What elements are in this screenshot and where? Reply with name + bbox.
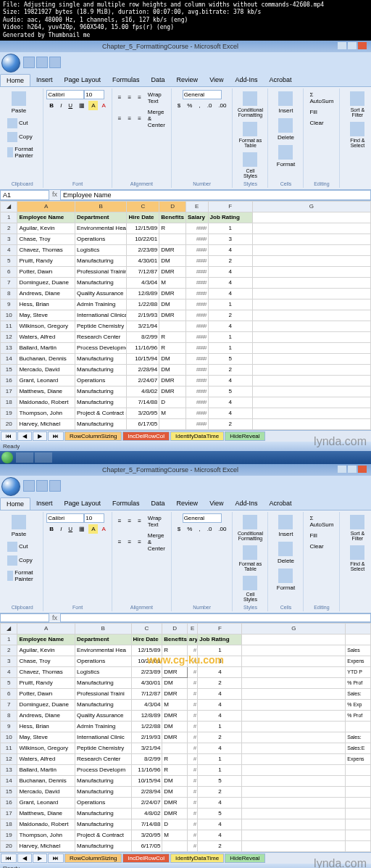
font-name-select[interactable] bbox=[46, 90, 84, 99]
wrap-text-button[interactable]: Wrap Text bbox=[145, 90, 168, 106]
merge-center-button[interactable]: Merge & Center bbox=[145, 531, 168, 553]
fx-icon[interactable]: fx bbox=[49, 613, 60, 622]
row-header[interactable]: 6 bbox=[1, 266, 17, 277]
cell-styles-button[interactable]: Cell Styles bbox=[235, 151, 264, 180]
tab-page-layout[interactable]: Page Layout bbox=[59, 497, 107, 510]
italic-button[interactable]: I bbox=[57, 524, 64, 534]
table-row[interactable]: 9Hess, BrianAdmin Training1/22/88DM#1 bbox=[1, 721, 371, 732]
wrap-text-button[interactable]: Wrap Text bbox=[145, 513, 168, 529]
sheet-tab-0[interactable]: RowColumnSizing bbox=[64, 853, 122, 863]
column-header[interactable]: A bbox=[17, 623, 75, 634]
row-header[interactable]: 20 bbox=[1, 418, 17, 429]
align-center[interactable]: ≡ bbox=[125, 107, 135, 130]
column-header[interactable]: B bbox=[75, 623, 132, 634]
font-size-select[interactable] bbox=[84, 90, 104, 99]
tab-data[interactable]: Data bbox=[146, 74, 171, 86]
table-row[interactable]: 8Andrews, DianeQuality Assurance12/8/89D… bbox=[1, 710, 371, 721]
paste-button[interactable]: Paste bbox=[4, 90, 33, 115]
tab-acrobat[interactable]: Acrobat bbox=[264, 74, 298, 86]
table-row[interactable]: 12Waters, AlfredResearch Center8/2/99R#1… bbox=[1, 753, 371, 764]
align-bot[interactable]: ≡ bbox=[135, 90, 144, 106]
inc-decimal[interactable]: .0 bbox=[204, 101, 215, 110]
font-color-button[interactable]: A bbox=[99, 101, 108, 110]
row-header[interactable]: 16 bbox=[1, 797, 17, 808]
task-item[interactable] bbox=[35, 452, 52, 463]
underline-button[interactable]: U bbox=[65, 524, 75, 534]
table-row[interactable]: 6Potter, DawnProfessional Traini7/12/87D… bbox=[1, 688, 371, 699]
insert-cells-button[interactable]: Insert bbox=[271, 513, 300, 539]
format-cells-button[interactable]: Format bbox=[271, 144, 300, 169]
dec-decimal[interactable]: .00 bbox=[215, 524, 229, 534]
copy-button[interactable]: Copy bbox=[4, 131, 40, 144]
column-header[interactable]: E bbox=[186, 201, 208, 212]
name-box[interactable] bbox=[0, 613, 49, 622]
cut-button[interactable]: Cut bbox=[4, 540, 40, 553]
office-button[interactable] bbox=[1, 54, 20, 73]
start-button[interactable] bbox=[1, 452, 13, 463]
table-row[interactable]: 15Mercado, DavidManufacturing2/28/94DM##… bbox=[1, 364, 371, 375]
dec-decimal[interactable]: .00 bbox=[215, 101, 229, 110]
row-header[interactable]: 4 bbox=[1, 244, 17, 255]
format-cells-button[interactable]: Format bbox=[271, 567, 300, 592]
table-row[interactable]: 5Pruitt, RandyManufacturing4/30/01DM#2% … bbox=[1, 677, 371, 688]
table-row[interactable]: 17Matthews, DianeManufacturing4/8/02DMR#… bbox=[1, 808, 371, 819]
row-header[interactable]: 8 bbox=[1, 710, 17, 721]
table-row[interactable]: 11Wilkinson, GregoryPeptide Chemistry3/2… bbox=[1, 321, 371, 331]
formula-input[interactable] bbox=[60, 613, 371, 622]
sheet-nav-prev[interactable]: ◀ bbox=[17, 853, 32, 863]
format-as-table-button[interactable]: Format as Table bbox=[235, 120, 264, 149]
redo-icon[interactable] bbox=[49, 57, 61, 68]
spreadsheet-grid[interactable]: ◢ABCDEFG 1Employee NameDepartmentHire Da… bbox=[0, 201, 371, 430]
spreadsheet-grid[interactable]: ◢ABCDEFG 1Employee NameDepartmentHire Da… bbox=[0, 623, 371, 852]
tab-insert[interactable]: Insert bbox=[30, 74, 59, 86]
column-header[interactable]: F bbox=[208, 201, 252, 212]
table-row[interactable]: 15Mercado, DavidManufacturing2/28/94DM#2 bbox=[1, 786, 371, 797]
align-center[interactable]: ≡ bbox=[125, 531, 135, 553]
cell-styles-button[interactable]: Cell Styles bbox=[235, 574, 264, 603]
clear-button[interactable]: Clear bbox=[307, 542, 326, 551]
maximize-button[interactable] bbox=[348, 466, 357, 473]
comma-button[interactable]: , bbox=[196, 524, 203, 534]
tab-add-ins[interactable]: Add-Ins bbox=[229, 497, 263, 510]
row-header[interactable]: 1 bbox=[1, 212, 17, 223]
row-header[interactable]: 12 bbox=[1, 331, 17, 342]
delete-cells-button[interactable]: Delete bbox=[271, 117, 300, 142]
font-color-button[interactable]: A bbox=[99, 524, 108, 534]
find-select-button[interactable]: Find & Select bbox=[343, 120, 371, 149]
table-row[interactable]: 10May, SteveInternational Clinical Sa2/1… bbox=[1, 310, 371, 321]
row-header[interactable]: 20 bbox=[1, 840, 17, 851]
table-row[interactable]: 12Waters, AlfredResearch Center8/2/99R##… bbox=[1, 331, 371, 342]
undo-icon[interactable] bbox=[36, 57, 48, 68]
row-header[interactable]: 9 bbox=[1, 721, 17, 732]
tab-review[interactable]: Review bbox=[171, 74, 204, 86]
save-icon[interactable] bbox=[23, 480, 35, 492]
currency-button[interactable]: $ bbox=[175, 101, 183, 110]
italic-button[interactable]: I bbox=[57, 101, 64, 110]
border-button[interactable]: ▦ bbox=[76, 101, 88, 110]
formula-input[interactable]: Employee Name bbox=[60, 190, 371, 200]
tab-formulas[interactable]: Formulas bbox=[107, 74, 146, 86]
column-header[interactable]: A bbox=[17, 201, 75, 212]
row-header[interactable]: 19 bbox=[1, 408, 17, 418]
row-header[interactable]: 11 bbox=[1, 321, 17, 331]
table-row[interactable]: 11Wilkinson, GregoryPeptide Chemistry3/2… bbox=[1, 743, 371, 753]
format-painter-button[interactable]: Format Painter bbox=[4, 568, 40, 584]
row-header[interactable]: 2 bbox=[1, 645, 17, 656]
table-row[interactable]: 13Ballard, MartinProcess Development11/1… bbox=[1, 342, 371, 353]
row-header[interactable]: 10 bbox=[1, 732, 17, 743]
fill-button[interactable]: Fill bbox=[307, 107, 320, 117]
row-header[interactable]: 3 bbox=[1, 656, 17, 666]
align-mid[interactable]: ≡ bbox=[125, 90, 135, 106]
column-header[interactable]: D bbox=[159, 201, 186, 212]
select-all[interactable]: ◢ bbox=[1, 623, 17, 634]
conditional-formatting-button[interactable]: Conditional Formatting bbox=[235, 513, 264, 542]
fill-button[interactable]: Fill bbox=[307, 531, 320, 540]
close-button[interactable] bbox=[358, 466, 367, 473]
autosum-button[interactable]: Σ AutoSum bbox=[307, 513, 336, 529]
sort-filter-button[interactable]: Sort & Filter bbox=[343, 513, 371, 542]
tab-formulas[interactable]: Formulas bbox=[107, 497, 146, 510]
fx-icon[interactable]: fx bbox=[49, 190, 60, 200]
align-top[interactable]: ≡ bbox=[115, 90, 125, 106]
row-header[interactable]: 15 bbox=[1, 786, 17, 797]
sheet-tab-3[interactable]: HideReveal bbox=[225, 431, 264, 441]
